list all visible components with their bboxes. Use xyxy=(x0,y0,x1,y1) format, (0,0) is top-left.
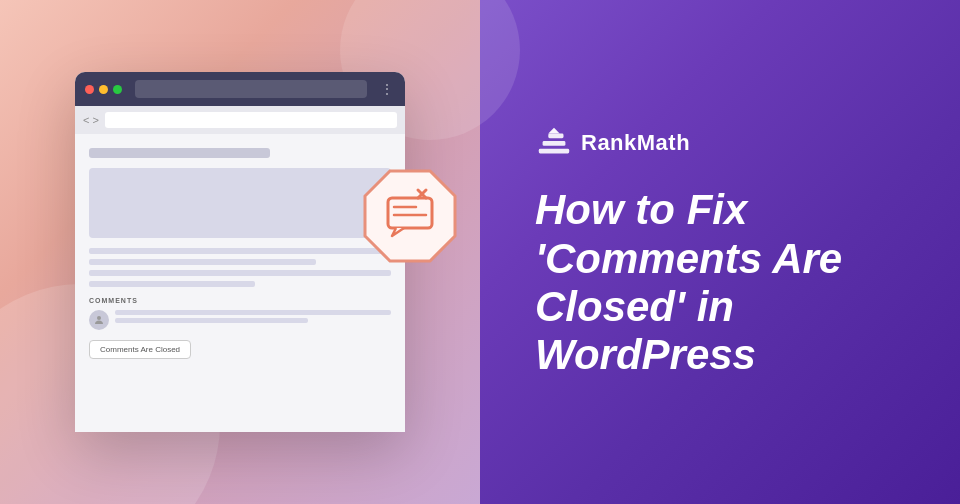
comments-section: COMMENTS Comments Are xyxy=(89,297,391,359)
browser-header: ⋮ xyxy=(75,72,405,106)
browser-menu-icon: ⋮ xyxy=(380,81,395,97)
svg-point-0 xyxy=(97,316,101,320)
heading-line2: 'Comments Are xyxy=(535,235,842,282)
browser-mockup: ⋮ < > COMMENTS xyxy=(75,72,405,432)
comment-row xyxy=(89,310,391,330)
browser-dot-yellow xyxy=(99,85,108,94)
browser-toolbar: < > xyxy=(75,106,405,134)
comment-text-lines xyxy=(115,310,391,326)
page-container: ⋮ < > COMMENTS xyxy=(0,0,960,504)
content-title-placeholder xyxy=(89,148,270,158)
main-heading: How to Fix 'Comments Are Closed' in Word… xyxy=(535,186,905,379)
content-line-2 xyxy=(89,259,316,265)
brand-row: RankMath xyxy=(535,124,905,162)
svg-marker-10 xyxy=(548,128,559,134)
content-line-3 xyxy=(89,270,391,276)
svg-rect-9 xyxy=(548,134,563,139)
comments-closed-badge: Comments Are Closed xyxy=(89,340,191,359)
comment-line-2 xyxy=(115,318,308,323)
left-panel: ⋮ < > COMMENTS xyxy=(0,0,480,504)
content-line-4 xyxy=(89,281,255,287)
svg-rect-8 xyxy=(543,142,566,147)
right-panel: RankMath How to Fix 'Comments Are Closed… xyxy=(480,0,960,504)
octagon-badge xyxy=(360,166,460,266)
avatar-icon xyxy=(93,314,105,326)
browser-url-bar xyxy=(105,112,397,128)
browser-address-bar xyxy=(135,80,367,98)
heading-line3: Closed' in xyxy=(535,283,734,330)
browser-dot-red xyxy=(85,85,94,94)
svg-rect-7 xyxy=(539,149,569,154)
content-image-placeholder xyxy=(89,168,391,238)
content-text-lines xyxy=(89,248,391,287)
browser-content: COMMENTS Comments Are xyxy=(75,134,405,432)
browser-back-icon: < > xyxy=(83,114,99,126)
brand-name: RankMath xyxy=(581,130,690,156)
heading-line4: WordPress xyxy=(535,331,756,378)
content-line-1 xyxy=(89,248,391,254)
comment-line-1 xyxy=(115,310,391,315)
browser-dot-green xyxy=(113,85,122,94)
heading-line1: How to Fix xyxy=(535,186,747,233)
comments-label: COMMENTS xyxy=(89,297,391,304)
comment-avatar xyxy=(89,310,109,330)
octagon-svg xyxy=(360,166,460,266)
rankmath-logo xyxy=(535,124,573,162)
